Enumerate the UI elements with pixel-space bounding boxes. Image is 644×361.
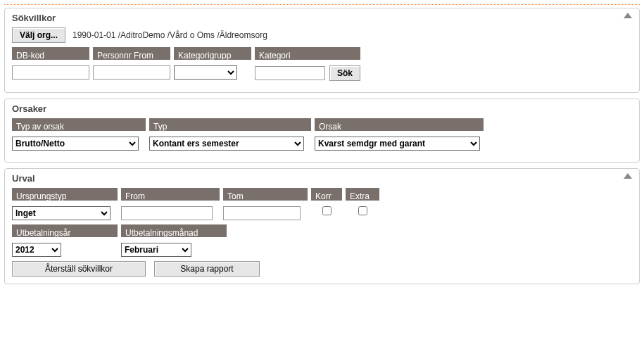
extra-header: Extra (346, 188, 379, 201)
panel-title-orsaker: Orsaker (12, 103, 632, 114)
skapa-rapport-button[interactable]: Skapa rapport (154, 261, 260, 277)
kategorigrupp-select[interactable] (174, 65, 237, 80)
dbkod-input[interactable] (12, 65, 89, 80)
ursprungstyp-select[interactable]: Inget (12, 206, 111, 220)
top-divider (4, 4, 640, 5)
panel-orsaker: Orsaker Typ av orsak Brutto/Netto Typ Ko… (4, 99, 640, 163)
org-path-text: 1990-01-01 /AditroDemo /Vård o Oms /Äldr… (72, 30, 267, 40)
orsak-select[interactable]: Kvarst semdgr med garant (315, 137, 480, 151)
personnr-input[interactable] (93, 65, 170, 80)
typ-header: Typ (149, 118, 311, 131)
extra-checkbox[interactable] (358, 206, 367, 215)
panel-title-sokvillkor: Sökvillkor (12, 13, 632, 23)
utbetalningsmanad-select[interactable]: Februari (121, 243, 191, 257)
valj-org-button[interactable]: Välj org... (12, 27, 65, 43)
tom-input[interactable] (223, 206, 301, 220)
panel-urval: Urval Ursprungstyp Inget From Tom Korr E… (4, 168, 640, 284)
collapse-arrow-icon[interactable] (624, 173, 632, 179)
kategori-input[interactable] (255, 66, 325, 80)
utbetalningsar-select[interactable]: 2012 (12, 243, 61, 257)
ursprungstyp-header: Ursprungstyp (12, 188, 118, 201)
korr-header: Korr (311, 188, 342, 201)
aterstall-button[interactable]: Återställ sökvillkor (12, 261, 146, 277)
kategori-header: Kategori (255, 47, 360, 60)
personnr-header: Personnr From (93, 47, 170, 60)
tom-header: Tom (223, 188, 308, 201)
from-header: From (121, 188, 220, 201)
utbetalningsmanad-header: Utbetalningsmånad (121, 224, 227, 237)
korr-checkbox[interactable] (322, 206, 332, 215)
panel-sokvillkor: Sökvillkor Välj org... 1990-01-01 /Aditr… (4, 8, 640, 93)
typ-av-orsak-select[interactable]: Brutto/Netto (12, 137, 139, 151)
sok-button[interactable]: Sök (329, 65, 360, 81)
from-input[interactable] (121, 206, 213, 220)
orsak-header: Orsak (315, 118, 484, 131)
utbetalningsar-header: Utbetalningsår (12, 224, 118, 237)
typ-select[interactable]: Kontant ers semester (149, 137, 304, 151)
collapse-arrow-icon[interactable] (624, 13, 632, 18)
kategorigrupp-header: Kategorigrupp (174, 47, 251, 60)
panel-title-urval: Urval (12, 173, 632, 184)
typ-av-orsak-header: Typ av orsak (12, 118, 146, 131)
dbkod-header: DB-kod (12, 47, 89, 60)
